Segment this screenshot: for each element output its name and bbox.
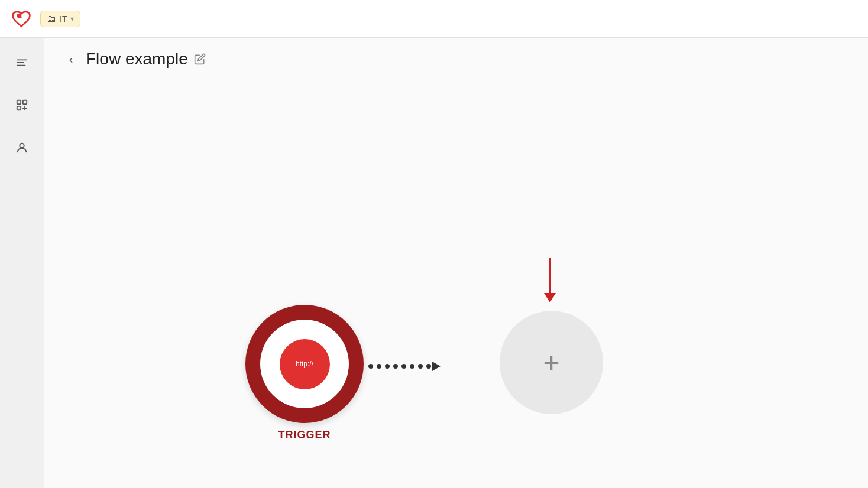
sidebar-item-user[interactable] [9,135,35,161]
workspace-selector[interactable]: 🗂 IT ▾ [40,11,80,27]
trigger-label: TRIGGER [278,429,331,441]
svg-rect-4 [23,100,27,104]
workspace-name: IT [60,14,67,24]
connector-dots [368,364,431,369]
edit-button[interactable] [194,53,206,65]
flow-connector [368,362,441,371]
connector-dot [393,364,398,369]
plus-icon: + [543,349,559,377]
svg-rect-5 [17,106,21,110]
topbar: 🗂 IT ▾ [0,0,868,38]
connector-dot [426,364,431,369]
connector-dot [410,364,414,369]
flow-canvas: http:// TRIGGER [44,80,868,483]
arrow-down-head [544,293,556,302]
chevron-down-icon: ▾ [70,15,74,23]
sidebar [0,38,44,488]
trigger-inner-circle: http:// [280,339,330,389]
connector-dot [401,364,406,369]
svg-point-6 [20,144,24,148]
sidebar-item-apps[interactable] [9,92,35,118]
main-content: ‹ Flow example http:// TRIGGER [44,38,868,488]
trigger-url-label: http:// [296,360,313,368]
connector-dot [377,364,381,369]
back-button[interactable]: ‹ [62,50,80,68]
app-logo[interactable] [9,7,33,31]
connector-dot [418,364,423,369]
trigger-outer-ring: http:// [245,305,364,423]
connector-dot [385,364,390,369]
connector-arrow [432,362,441,371]
arrow-vertical-line [549,258,551,293]
sidebar-item-menu[interactable] [9,50,35,76]
page-header: ‹ Flow example [44,38,868,80]
connector-dot [368,364,373,369]
add-node-button[interactable]: + [500,311,603,414]
workspace-icon: 🗂 [47,14,56,24]
page-title: Flow example [86,50,188,69]
svg-rect-3 [17,100,21,104]
add-node-hint-arrow [544,258,556,302]
trigger-node[interactable]: http:// TRIGGER [245,305,364,441]
trigger-middle-ring: http:// [260,320,349,408]
